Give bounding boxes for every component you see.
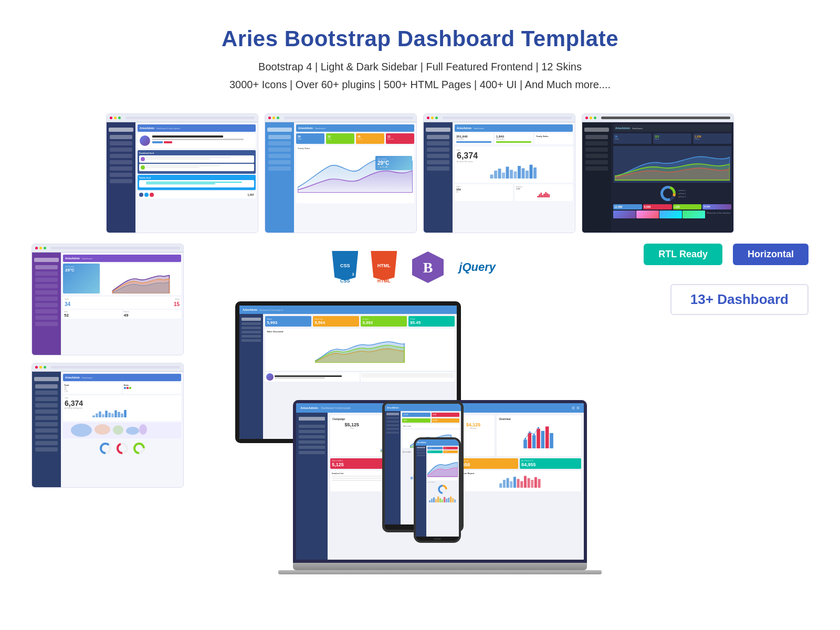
dark-chart bbox=[613, 146, 731, 183]
sidebar-4 bbox=[582, 122, 611, 233]
svg-rect-8 bbox=[522, 169, 525, 179]
chat-msg-3 bbox=[139, 180, 254, 187]
sidebar-1 bbox=[107, 122, 135, 233]
revenue-chart bbox=[458, 475, 580, 488]
browser-bar-6 bbox=[32, 363, 183, 372]
eat-stat-card: Eat 6,374 Accident of the session bbox=[455, 146, 573, 183]
svg-rect-29 bbox=[108, 413, 111, 417]
browser-bar-5 bbox=[32, 244, 183, 253]
devices-area: AriesAdmin Dashboard Control panel bbox=[235, 301, 592, 574]
svg-rect-49 bbox=[550, 433, 554, 448]
donut-2 bbox=[115, 441, 130, 456]
phone-screen-1: AriesAdmin 12,568 bbox=[416, 439, 459, 537]
page-wrapper: Aries Bootstrap Dashboard Template Boots… bbox=[0, 0, 840, 601]
svg-rect-64 bbox=[524, 476, 527, 488]
dashboard-count-wrap: 13+ Dashboard bbox=[670, 284, 808, 315]
horizontal-badge[interactable]: Horizontal bbox=[733, 244, 808, 265]
screenshot-purple: AriesAdmin Dashboard City, Country 29°C bbox=[32, 244, 184, 355]
svg-rect-94 bbox=[435, 499, 437, 502]
svg-rect-31 bbox=[114, 411, 117, 418]
svg-rect-43 bbox=[524, 439, 528, 448]
stat-cards-6: Total 252 319 1 120 Stats bbox=[63, 383, 181, 394]
screenshot-multistat: AriesAdmin Dashboard 351,640 Total Sales… bbox=[423, 113, 575, 233]
dashboard-count-badge: 13+ Dashboard bbox=[670, 284, 808, 315]
purple-card: 16,568 bbox=[702, 204, 731, 209]
stat-card-3: 49 Orders bbox=[356, 133, 384, 144]
center-col: CSS 3 CSS HTML HTML B bbox=[194, 244, 633, 574]
stat-card-1: 34 Sales bbox=[296, 133, 324, 144]
profile-info bbox=[152, 135, 254, 146]
svg-rect-17 bbox=[545, 192, 547, 197]
red-card: 8,568 bbox=[643, 204, 672, 209]
tiny-bar-chart bbox=[65, 410, 180, 417]
phone-donut bbox=[437, 484, 448, 495]
dark-stat-3: 1,530 Orders bbox=[693, 133, 731, 144]
stat-cards-2: 34 Sales 18 Visits 49 Orders 12 bbox=[296, 133, 414, 144]
browser-bar-2 bbox=[265, 114, 416, 122]
svg-rect-13 bbox=[539, 194, 540, 197]
laptop-stand bbox=[278, 570, 602, 574]
svg-rect-58 bbox=[503, 480, 506, 488]
donut-1 bbox=[98, 441, 113, 456]
chart-5 bbox=[101, 264, 181, 295]
svg-rect-92 bbox=[431, 499, 433, 502]
svg-rect-46 bbox=[537, 429, 541, 449]
svg-rect-66 bbox=[531, 480, 533, 488]
rtl-badge[interactable]: RTL Ready bbox=[644, 244, 722, 265]
svg-rect-73 bbox=[411, 477, 413, 479]
sidebar-3 bbox=[424, 122, 453, 233]
svg-rect-68 bbox=[538, 479, 540, 488]
chat-msg-1 bbox=[139, 155, 254, 163]
bar-mini-chart bbox=[457, 163, 571, 178]
left-screenshots: AriesAdmin Dashboard City, Country 29°C bbox=[32, 244, 184, 488]
browser-bar-4 bbox=[582, 114, 733, 122]
dot-green-2 bbox=[277, 117, 279, 119]
photo-strip: Memories of the vacation bbox=[613, 211, 731, 218]
stat-cards-3: 351,640 Total Sales 1,840 New Orders Yea… bbox=[455, 133, 573, 144]
weather-5: City, Country 29°C bbox=[63, 264, 100, 293]
browser-bar-1 bbox=[107, 114, 258, 122]
stat-card-6: 1,840 New Orders bbox=[495, 133, 533, 144]
profile-area bbox=[138, 133, 256, 148]
subtitle-line1: Bootstrap 4 | Light & Dark Sidebar | Ful… bbox=[32, 58, 808, 76]
bottom-colored-cards: 12,568 8,568 +100 16,568 bbox=[613, 204, 731, 209]
svg-rect-28 bbox=[105, 411, 108, 417]
dot-yellow bbox=[114, 117, 117, 119]
svg-rect-27 bbox=[102, 414, 104, 417]
svg-rect-99 bbox=[446, 499, 447, 502]
dark-stat-1: 56 Sales bbox=[613, 133, 652, 144]
dot-yellow-4 bbox=[590, 117, 592, 119]
svg-rect-9 bbox=[526, 171, 529, 178]
svg-rect-63 bbox=[520, 481, 523, 488]
phone-bar bbox=[427, 496, 458, 502]
svg-rect-25 bbox=[96, 414, 98, 418]
svg-rect-93 bbox=[433, 497, 435, 502]
phone-chart bbox=[427, 454, 458, 480]
browser-bar-3 bbox=[424, 114, 575, 122]
screenshot-social: AriesAdmin Dashboard Control panel bbox=[106, 113, 258, 233]
bottom-stats-5: Sales 52 Returns 49 bbox=[63, 310, 181, 319]
donut-3 bbox=[132, 441, 146, 456]
main-2: AriesAdmin Dashboard 34 Sales 18 Visits bbox=[294, 122, 416, 233]
dot-yellow-3 bbox=[431, 117, 434, 119]
blue-card: 12,568 bbox=[613, 204, 642, 209]
phone-mockup-1: AriesAdmin 12,568 bbox=[414, 437, 461, 543]
svg-rect-0 bbox=[490, 175, 494, 179]
svg-rect-7 bbox=[518, 166, 521, 178]
donut-chart bbox=[659, 184, 677, 203]
page-title: Aries Bootstrap Dashboard Template bbox=[32, 26, 808, 51]
stat-6374: Total 6,374 $47700 $67,800 $52,630 bbox=[63, 395, 181, 421]
svg-rect-103 bbox=[454, 499, 456, 502]
dot-yellow-2 bbox=[272, 117, 275, 119]
subtitle-line2: 3000+ Icons | Over 60+ plugins | 500+ HT… bbox=[32, 76, 808, 93]
dot-green bbox=[118, 117, 121, 119]
screenshot-dark: AriesAdmin Dashboard 56 Sales 323 Views bbox=[582, 113, 734, 233]
svg-rect-61 bbox=[513, 477, 516, 488]
chat-msg-2 bbox=[139, 164, 254, 171]
purple-chart bbox=[102, 265, 180, 293]
stat-card-2: 18 Visits bbox=[326, 133, 354, 144]
donut-area: ■ Series 1 ■ Series 2 ■ Series 3 bbox=[613, 184, 731, 203]
svg-text:B: B bbox=[423, 259, 433, 276]
dot-red-4 bbox=[585, 117, 588, 119]
svg-rect-32 bbox=[118, 412, 120, 418]
